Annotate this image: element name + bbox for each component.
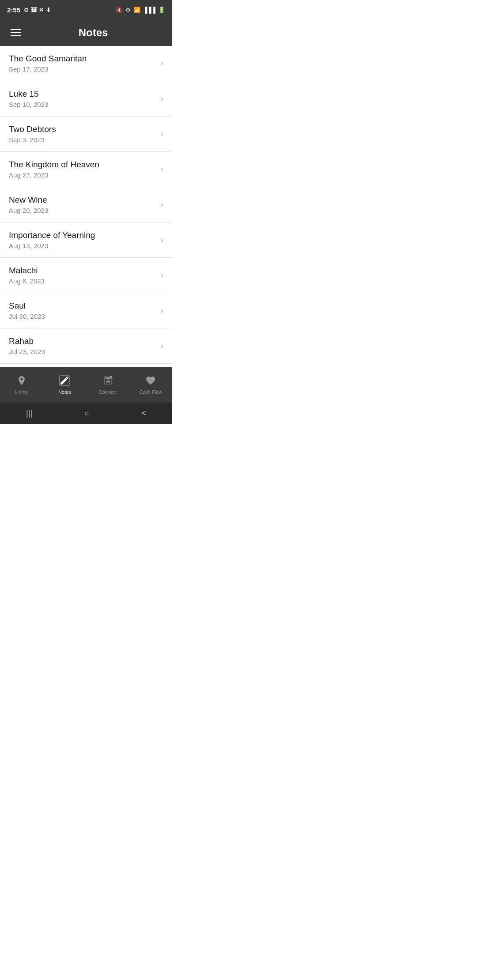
- nav-label-home: Home: [15, 389, 28, 395]
- note-item-9[interactable]: Rahab Jul 23, 2023 ›: [0, 328, 172, 364]
- note-content: The Kingdom of Heaven Aug 27, 2023: [9, 160, 161, 179]
- chevron-right-icon: ›: [161, 165, 163, 174]
- connect-icon: [102, 375, 113, 388]
- status-icon-1: ⊙: [24, 7, 29, 13]
- app-header: Notes: [0, 19, 172, 46]
- note-item-8[interactable]: Saul Jul 30, 2023 ›: [0, 293, 172, 328]
- note-item-7[interactable]: Malachi Aug 6, 2023 ›: [0, 258, 172, 293]
- note-content: Luke 15 Sep 10, 2023: [9, 89, 161, 108]
- note-item-6[interactable]: Importance of Yearning Aug 13, 2023 ›: [0, 222, 172, 258]
- note-date: Jul 23, 2023: [9, 348, 161, 355]
- back-button[interactable]: <: [132, 405, 155, 422]
- note-date: Aug 6, 2023: [9, 277, 161, 285]
- chevron-right-icon: ›: [161, 200, 163, 209]
- note-item-5[interactable]: New Wine Aug 20, 2023 ›: [0, 187, 172, 222]
- note-item-4[interactable]: The Kingdom of Heaven Aug 27, 2023 ›: [0, 152, 172, 187]
- note-title: The Kingdom of Heaven: [9, 160, 161, 170]
- wifi-icon: 📶: [133, 7, 140, 13]
- nav-item-connect[interactable]: Connect: [86, 372, 129, 398]
- note-title: Luke 15: [9, 89, 161, 99]
- note-title: Two Debtors: [9, 124, 161, 134]
- note-date: Sep 17, 2023: [9, 65, 161, 73]
- note-date: Aug 20, 2023: [9, 207, 161, 214]
- menu-button[interactable]: [9, 27, 23, 38]
- cashflow-icon: [145, 375, 156, 388]
- note-content: Importance of Yearning Aug 13, 2023: [9, 230, 161, 249]
- notes-list: The Good Samaritan Sep 17, 2023 › Luke 1…: [0, 46, 172, 367]
- mute-icon: 🔇: [116, 7, 123, 13]
- page-title: Notes: [23, 26, 163, 39]
- note-title: The Good Samaritan: [9, 54, 161, 64]
- nav-label-connect: Connect: [98, 389, 117, 395]
- note-date: Jul 30, 2023: [9, 313, 161, 320]
- status-bar: 2:55 ⊙ 🖼 ✕ ⬇ 🔇 ⚙ 📶 ▐▐▐ 🔋: [0, 0, 172, 19]
- note-date: Sep 10, 2023: [9, 101, 161, 108]
- system-nav-bar: ||| ○ <: [0, 403, 172, 424]
- note-item-2[interactable]: Luke 15 Sep 10, 2023 ›: [0, 81, 172, 117]
- sync-icon: ⚙: [125, 7, 131, 13]
- chevron-right-icon: ›: [161, 59, 163, 68]
- nav-item-cashflow[interactable]: Cash Flow: [129, 372, 173, 398]
- notes-icon: [59, 375, 70, 388]
- note-content: Malachi Aug 6, 2023: [9, 266, 161, 285]
- chevron-right-icon: ›: [161, 235, 163, 245]
- note-content: Saul Jul 30, 2023: [9, 301, 161, 320]
- nav-label-notes: Notes: [58, 389, 71, 395]
- home-icon: [16, 375, 27, 388]
- note-date: Sep 3, 2023: [9, 136, 161, 143]
- note-title: Importance of Yearning: [9, 230, 161, 240]
- recent-apps-button[interactable]: |||: [17, 405, 41, 422]
- chevron-right-icon: ›: [161, 94, 163, 103]
- chevron-right-icon: ›: [161, 306, 163, 315]
- status-icon-3: ✕: [39, 7, 44, 13]
- note-content: New Wine Aug 20, 2023: [9, 195, 161, 214]
- note-title: New Wine: [9, 195, 161, 205]
- status-icon-4: ⬇: [46, 7, 51, 13]
- note-content: Rahab Jul 23, 2023: [9, 336, 161, 355]
- nav-item-home[interactable]: Home: [0, 372, 43, 398]
- signal-icon: ▐▐▐: [143, 7, 155, 13]
- note-item-1[interactable]: The Good Samaritan Sep 17, 2023 ›: [0, 46, 172, 81]
- chevron-right-icon: ›: [161, 129, 163, 139]
- status-right-icons: 🔇 ⚙ 📶 ▐▐▐ 🔋: [116, 7, 165, 13]
- note-title: Saul: [9, 301, 161, 311]
- battery-icon: 🔋: [158, 7, 165, 13]
- note-content: Two Debtors Sep 3, 2023: [9, 124, 161, 143]
- note-content: The Good Samaritan Sep 17, 2023: [9, 54, 161, 73]
- chevron-right-icon: ›: [161, 271, 163, 280]
- status-time: 2:55 ⊙ 🖼 ✕ ⬇: [7, 6, 51, 14]
- note-title: Malachi: [9, 266, 161, 275]
- bottom-nav: Home Notes Connect Cash Fl: [0, 367, 172, 403]
- chevron-right-icon: ›: [161, 341, 163, 351]
- note-date: Aug 13, 2023: [9, 242, 161, 249]
- status-icon-2: 🖼: [31, 7, 37, 13]
- nav-item-notes[interactable]: Notes: [43, 372, 87, 398]
- home-button[interactable]: ○: [76, 405, 98, 422]
- note-item-3[interactable]: Two Debtors Sep 3, 2023 ›: [0, 117, 172, 152]
- note-title: Rahab: [9, 336, 161, 346]
- note-date: Aug 27, 2023: [9, 171, 161, 179]
- nav-label-cashflow: Cash Flow: [139, 389, 162, 395]
